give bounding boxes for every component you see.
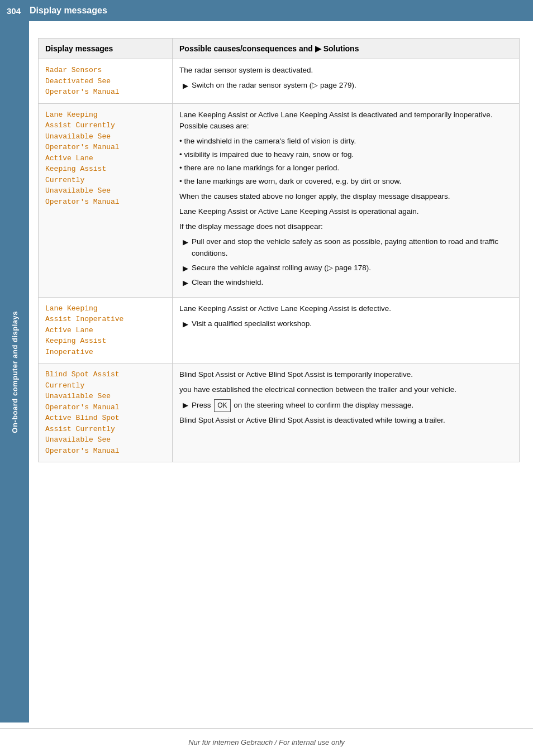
arrow-icon: ▶ — [183, 263, 188, 274]
table-row: Lane Keeping Assist Inoperative Active L… — [39, 297, 520, 363]
arrow-text: Pull over and stop the vehicle safely as… — [192, 236, 512, 260]
arrow-icon: ▶ — [183, 80, 188, 92]
cause-cell: Lane Keeping Assist or Active Lane Keepi… — [173, 103, 520, 297]
message-text: Blind Spot Assist Currently Unavailable … — [45, 370, 120, 455]
message-cell: Lane Keeping Assist Inoperative Active L… — [39, 297, 173, 363]
list-item: the lane markings are worn, dark or cove… — [179, 176, 512, 188]
cause-cell: Blind Spot Assist or Active Blind Spot A… — [173, 363, 520, 462]
list-item: the windshield in the camera's field of … — [179, 136, 512, 147]
cause-paragraph: Lane Keeping Assist or Active Lane Keepi… — [179, 109, 512, 133]
arrow-item: ▶Secure the vehicle against rolling away… — [179, 262, 512, 274]
arrow-item: ▶Pull over and stop the vehicle safely a… — [179, 236, 512, 260]
col-header-message: Display messages — [39, 39, 173, 59]
table-row: Lane Keeping Assist Currently Unavailabl… — [39, 103, 520, 297]
message-text: Radar Sensors Deactivated See Operator's… — [45, 66, 120, 96]
cause-paragraph: If the display message does not disappea… — [179, 221, 512, 233]
list-item: visibility is impaired due to heavy rain… — [179, 149, 512, 161]
arrow-text: Switch on the radar sensor system (▷ pag… — [192, 80, 512, 92]
arrow-item: ▶Clean the windshield. — [179, 277, 512, 289]
footer: Nur für internen Gebrauch / For internal… — [0, 728, 533, 756]
arrow-item: ▶Visit a qualified specialist workshop. — [179, 318, 512, 330]
header-bar: 304 Display messages — [0, 0, 533, 21]
message-text: Lane Keeping Assist Currently Unavailabl… — [45, 111, 120, 206]
arrow-ok-item: ▶Press OK on the steering wheel to confi… — [179, 399, 512, 412]
message-cell: Lane Keeping Assist Currently Unavailabl… — [39, 103, 173, 297]
arrow-text: Visit a qualified specialist workshop. — [192, 318, 512, 330]
sidebar-label: On-board computer and displays — [11, 311, 19, 433]
cause-paragraph: When the causes stated above no longer a… — [179, 191, 512, 203]
cause-paragraph: you have established the electrical conn… — [179, 384, 512, 396]
main-content: Display messages Possible causes/consequ… — [29, 21, 533, 473]
arrow-text: Press OK on the steering wheel to confir… — [192, 399, 512, 412]
table-header-row: Display messages Possible causes/consequ… — [39, 39, 520, 59]
arrow-item: ▶Switch on the radar sensor system (▷ pa… — [179, 80, 512, 92]
cause-paragraph: The radar sensor system is deactivated. — [179, 65, 512, 76]
cause-cell: The radar sensor system is deactivated.▶… — [173, 59, 520, 104]
col-header-causes: Possible causes/consequences and ▶ Solut… — [173, 39, 520, 59]
arrow-text: Secure the vehicle against rolling away … — [192, 262, 512, 274]
arrow-text: Clean the windshield. — [192, 277, 512, 289]
page-title: Display messages — [30, 6, 107, 16]
cause-cell: Lane Keeping Assist or Active Lane Keepi… — [173, 297, 520, 363]
cause-paragraph: Lane Keeping Assist or Active Lane Keepi… — [179, 206, 512, 218]
cause-paragraph: Blind Spot Assist or Active Blind Spot A… — [179, 369, 512, 381]
message-cell: Radar Sensors Deactivated See Operator's… — [39, 59, 173, 104]
message-cell: Blind Spot Assist Currently Unavailable … — [39, 363, 173, 462]
page-number: 304 — [7, 6, 21, 16]
arrow-icon: ▶ — [183, 277, 188, 289]
cause-paragraph: Blind Spot Assist or Active Blind Spot A… — [179, 415, 512, 427]
footer-text: Nur für internen Gebrauch / For internal… — [188, 738, 345, 747]
arrow-icon: ▶ — [183, 319, 188, 330]
message-text: Lane Keeping Assist Inoperative Active L… — [45, 304, 123, 356]
sidebar: On-board computer and displays — [0, 21, 29, 722]
ok-button-label: OK — [214, 399, 230, 412]
display-messages-table: Display messages Possible causes/consequ… — [38, 38, 520, 462]
arrow-icon: ▶ — [183, 400, 188, 411]
cause-paragraph: Lane Keeping Assist or Active Lane Keepi… — [179, 303, 512, 315]
table-row: Blind Spot Assist Currently Unavailable … — [39, 363, 520, 462]
arrow-icon: ▶ — [183, 237, 188, 248]
table-row: Radar Sensors Deactivated See Operator's… — [39, 59, 520, 104]
bullet-list: the windshield in the camera's field of … — [179, 136, 512, 188]
list-item: there are no lane markings for a longer … — [179, 162, 512, 174]
